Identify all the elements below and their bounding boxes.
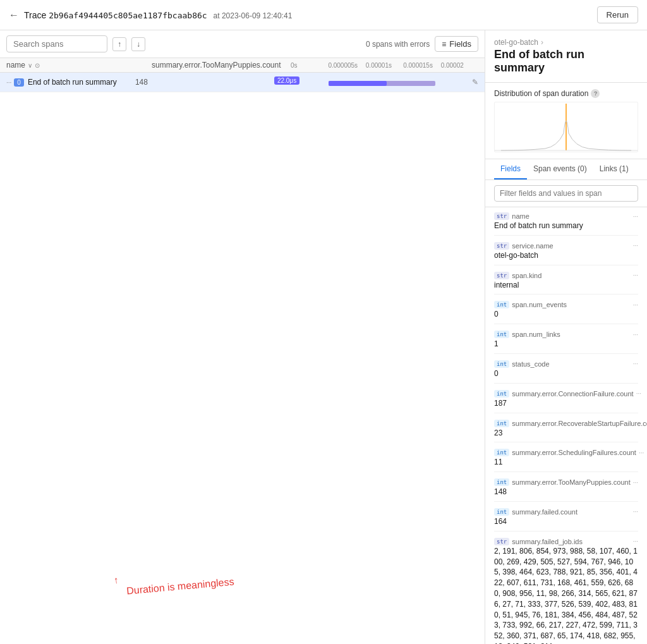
edit-icon[interactable]: ✎ (472, 78, 478, 87)
field-value: 0 (494, 368, 638, 382)
field-name: summary.failed.count (512, 508, 630, 516)
annotation-duration-text: Duration is meaningless (126, 576, 235, 597)
field-type-badge: int (494, 508, 509, 516)
annotation-duration: ↑ (113, 574, 119, 586)
dur-label-2: 0.00001s (366, 62, 403, 69)
trace-label: Trace (24, 10, 46, 20)
field-value: 1 (494, 339, 638, 352)
field-type-badge: int (494, 390, 509, 398)
field-type-badge: int (494, 449, 509, 456)
field-menu-icon[interactable]: ··· (633, 479, 638, 486)
left-panel: ↑ ↓ 0 spans with errors ≡ Fields name ∨ … (0, 30, 485, 644)
field-item: intstatus_code···0 (485, 358, 647, 387)
annotation-area: ↑ Duration is meaningless (0, 562, 485, 644)
field-value: internal (494, 280, 638, 293)
field-value: 23 (494, 428, 638, 441)
duration-badge: 22.0μs (274, 76, 299, 85)
fields-button[interactable]: ≡ Fields (435, 36, 478, 52)
filter-icon[interactable]: ⊙ (35, 62, 40, 69)
field-menu-icon[interactable]: ··· (633, 272, 638, 279)
field-value: 2, 191, 806, 854, 973, 988, 58, 107, 460… (494, 546, 638, 644)
field-menu-icon[interactable]: ··· (633, 331, 638, 338)
rerun-button[interactable]: Rerun (597, 6, 638, 23)
field-name: summary.error.TooManyPuppies.count (512, 478, 631, 486)
dur-label-1: 0.000005s (328, 62, 365, 69)
trace-title: Trace 2b96af4944405c805ae1187fbcaab86c a… (24, 10, 592, 20)
table-row[interactable]: ··· 0 End of batch run summary 148 22.0μ… (0, 73, 485, 92)
fields-filter-input[interactable] (494, 185, 638, 202)
breadcrumb-arrow-icon: › (541, 38, 543, 47)
field-menu-icon[interactable]: ··· (633, 508, 638, 515)
fields-label: Fields (449, 39, 471, 49)
tab-fields[interactable]: Fields (494, 159, 527, 179)
field-name: span.num_events (512, 301, 630, 308)
errors-badge: 0 spans with errors (366, 40, 430, 49)
field-type-badge: int (494, 360, 509, 368)
nav-down-button[interactable]: ↓ (131, 37, 145, 51)
field-item: intsummary.error.TooManyPuppies.count···… (485, 476, 647, 506)
timeline-bar-container (274, 81, 468, 86)
field-item: intsummary.failed.count···164 (485, 506, 647, 535)
tab-links[interactable]: Links (1) (593, 159, 635, 179)
nav-up-button[interactable]: ↑ (112, 37, 126, 51)
field-item: intsummary.error.SchedulingFailures.coun… (485, 446, 647, 476)
main-layout: ↑ ↓ 0 spans with errors ≡ Fields name ∨ … (0, 30, 647, 644)
distribution-section: Distribution of span duration ? (485, 83, 647, 159)
field-menu-icon[interactable]: ··· (639, 449, 644, 456)
field-menu-icon[interactable]: ··· (633, 360, 638, 367)
timeline-bar-fg (329, 81, 387, 86)
trace-id: 2b96af4944405c805ae1187fbcaab86c (49, 11, 207, 20)
right-panel-title: End of batch run summary (494, 48, 638, 75)
search-input[interactable] (6, 35, 107, 52)
field-name: summary.error.ConnectionFailure.count (512, 390, 633, 398)
field-value: 187 (494, 398, 638, 411)
field-value: 164 (494, 516, 638, 530)
trace-time: at 2023-06-09 12:40:41 (214, 11, 293, 20)
field-menu-icon[interactable]: ··· (633, 538, 638, 545)
field-type-badge: int (494, 331, 509, 338)
field-name: summary.error.RecoverableStartupFailure.… (512, 420, 647, 427)
field-menu-icon[interactable]: ··· (633, 242, 638, 249)
table-body: ··· 0 End of batch run summary 148 22.0μ… (0, 73, 485, 562)
field-name: status_code (512, 360, 630, 368)
field-name: service.name (512, 242, 630, 250)
field-type-badge: str (494, 538, 509, 545)
distribution-label: Distribution of span duration ? (494, 89, 638, 98)
breadcrumb-label: otel-go-batch (494, 38, 538, 47)
row-expand-dots[interactable]: ··· (6, 79, 11, 86)
back-icon: ← (9, 9, 19, 21)
tab-span-events[interactable]: Span events (0) (527, 159, 593, 179)
field-menu-icon[interactable]: ··· (633, 213, 638, 220)
field-menu-icon[interactable]: ··· (633, 301, 638, 308)
col-name-header: name ∨ ⊙ (6, 61, 152, 70)
field-name: name (512, 212, 630, 220)
dur-label-3: 0.000015s (403, 62, 440, 69)
field-type-badge: str (494, 272, 509, 279)
field-value: 11 (494, 457, 638, 470)
sort-icon[interactable]: ∨ (28, 62, 32, 69)
field-value: 148 (494, 487, 638, 500)
field-value: 0 (494, 309, 638, 322)
field-item: intsummary.error.ConnectionFailure.count… (485, 387, 647, 417)
field-name: span.num_links (512, 331, 630, 338)
distribution-chart (495, 102, 638, 152)
table-header: name ∨ ⊙ summary.error.TooManyPuppies.co… (0, 58, 485, 73)
field-type-badge: int (494, 478, 509, 486)
field-item: intspan.num_events···0 (485, 298, 647, 328)
field-value: otel-go-batch (494, 250, 638, 264)
name-col-label: name (6, 61, 25, 70)
field-item: strservice.name···otel-go-batch (485, 240, 647, 269)
field-name: summary.error.SchedulingFailures.count (512, 449, 636, 456)
fields-icon: ≡ (442, 40, 446, 49)
field-type-badge: str (494, 242, 509, 250)
field-item: intsummary.error.RecoverableStartupFailu… (485, 417, 647, 447)
help-icon[interactable]: ? (591, 89, 600, 98)
row-span-name: End of batch run summary (28, 78, 135, 87)
field-type-badge: int (494, 420, 509, 427)
field-name: summary.failed_job.ids (512, 538, 630, 545)
row-error-count: 148 (135, 78, 274, 87)
fields-list: strname···End of batch run summarystrser… (485, 207, 647, 644)
field-menu-icon[interactable]: ··· (636, 390, 641, 397)
toolbar: ↑ ↓ 0 spans with errors ≡ Fields (0, 30, 485, 58)
back-button[interactable]: ← (9, 9, 19, 21)
